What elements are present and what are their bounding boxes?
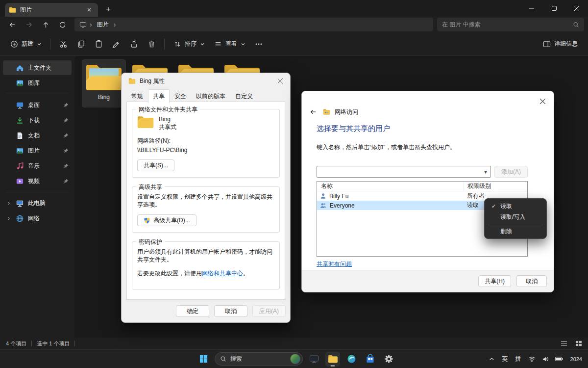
sidebar-item-pictures[interactable]: 图片 <box>3 143 72 158</box>
cut-button[interactable] <box>55 36 72 52</box>
folder-tile-bing[interactable]: Bing <box>82 60 125 107</box>
sidebar-item-downloads[interactable]: 下载 <box>3 113 72 128</box>
tray-expand-button[interactable] <box>488 353 496 366</box>
file-explorer-taskbar-icon[interactable] <box>325 352 340 367</box>
refresh-icon <box>59 21 66 28</box>
minimize-button[interactable] <box>520 0 543 17</box>
column-header-name[interactable]: 名称 <box>317 182 464 191</box>
app-icon-monitor[interactable] <box>307 352 321 367</box>
user-combobox-input[interactable] <box>317 168 481 175</box>
share-button[interactable]: 共享(S)... <box>137 159 174 171</box>
taskbar-search-label: 搜索 <box>230 355 286 363</box>
advanced-sharing-button[interactable]: 高级共享(D)... <box>137 214 196 226</box>
menu-item-read-write[interactable]: 读取/写入 <box>487 211 544 222</box>
tab-security[interactable]: 安全 <box>170 89 191 103</box>
back-button[interactable] <box>308 106 318 117</box>
instruction-text: 键入名称，然后单击“添加”，或者单击箭头查找用户。 <box>317 143 456 152</box>
view-button[interactable]: 查看 <box>210 36 249 52</box>
network-sharing-center-link[interactable]: 网络和共享中心 <box>202 270 243 277</box>
new-label: 新建 <box>22 40 33 48</box>
sort-button[interactable]: 排序 <box>169 36 209 52</box>
paste-button[interactable] <box>90 36 107 52</box>
titlebar: 图片 + <box>0 0 588 17</box>
folder-icon <box>137 115 154 129</box>
search-input[interactable] <box>442 21 569 28</box>
windows-logo-icon <box>199 355 208 363</box>
new-button[interactable]: 新建 <box>6 36 46 52</box>
sidebar-item-home[interactable]: 主文件夹 <box>3 60 72 75</box>
maximize-button[interactable] <box>543 0 565 17</box>
delete-button[interactable] <box>143 36 160 52</box>
ok-button[interactable]: 确定 <box>176 305 209 317</box>
explorer-search[interactable] <box>437 18 584 31</box>
chevron-right-icon: › <box>114 21 116 28</box>
menu-item-read[interactable]: ✓ 读取 <box>487 201 544 211</box>
videos-icon <box>16 177 24 185</box>
sort-label: 排序 <box>185 40 196 48</box>
sidebar-item-this-pc[interactable]: › 此电脑 <box>3 196 72 210</box>
up-button[interactable] <box>37 18 54 31</box>
dialog-close-button[interactable] <box>272 74 288 88</box>
breadcrumb-segment-pictures[interactable]: 图片 <box>95 20 111 30</box>
cancel-button[interactable]: 取消 <box>214 305 247 317</box>
sidebar-item-desktop[interactable]: 桌面 <box>3 98 72 112</box>
tab-general[interactable]: 常规 <box>126 89 148 103</box>
sidebar-item-music[interactable]: 音乐 <box>3 158 72 173</box>
sidebar-item-gallery[interactable]: 图库 <box>3 76 72 90</box>
copy-button[interactable] <box>73 36 89 52</box>
see-more-button[interactable] <box>250 36 267 52</box>
expand-chevron-icon[interactable]: › <box>6 215 12 222</box>
up-icon <box>42 21 49 28</box>
tab-sharing[interactable]: 共享 <box>148 89 170 103</box>
share-button[interactable]: 共享(H) <box>478 275 511 287</box>
pictures-icon <box>16 147 24 155</box>
sidebar-item-network[interactable]: › 网络 <box>3 211 72 226</box>
network-access-header: 网络访问 <box>308 106 358 117</box>
store-taskbar-icon[interactable] <box>363 352 377 367</box>
explorer-tab[interactable]: 图片 <box>5 3 98 17</box>
new-tab-button[interactable]: + <box>102 3 115 16</box>
pin-icon <box>63 148 69 154</box>
settings-taskbar-icon[interactable] <box>381 352 396 367</box>
refresh-button[interactable] <box>54 18 71 31</box>
search-highlight-image[interactable] <box>290 354 300 364</box>
edge-taskbar-icon[interactable] <box>344 352 359 367</box>
start-button[interactable] <box>196 352 211 367</box>
ime-input-mode[interactable]: 拼 <box>514 353 523 366</box>
forward-button[interactable] <box>21 18 37 31</box>
expand-chevron-icon[interactable]: › <box>6 200 12 207</box>
tab-close-icon[interactable] <box>84 5 94 15</box>
user-combobox[interactable]: ▼ <box>317 166 491 178</box>
combo-dropdown-icon[interactable]: ▼ <box>481 169 490 175</box>
shared-folder-summary: Bing 共享式 <box>137 115 274 131</box>
new-plus-icon <box>10 40 18 48</box>
add-button[interactable]: 添加(A) <box>494 166 528 178</box>
tab-customize[interactable]: 自定义 <box>230 89 258 103</box>
rename-button[interactable] <box>108 36 124 52</box>
tab-previous-versions[interactable]: 以前的版本 <box>191 89 230 103</box>
breadcrumb[interactable]: › 图片 › <box>74 18 433 31</box>
view-label: 查看 <box>225 40 237 48</box>
back-button[interactable] <box>4 18 21 31</box>
cancel-button[interactable]: 取消 <box>516 275 547 287</box>
column-header-permission[interactable]: 权限级别 <box>464 182 527 191</box>
wifi-icon[interactable] <box>527 353 537 366</box>
share-button[interactable] <box>125 36 142 52</box>
sidebar-item-documents[interactable]: 文档 <box>3 128 72 143</box>
network-sharing-group: 网络文件和文件夹共享 Bing 共享式 网络路径(N): \\BILLYFU-P… <box>132 109 280 178</box>
menu-item-remove[interactable]: 删除 <box>487 226 544 237</box>
folder-icon <box>128 78 136 84</box>
sharing-trouble-link[interactable]: 共享时有问题 <box>317 260 352 268</box>
taskbar-search[interactable]: 搜索 <box>215 352 303 366</box>
details-pane-button[interactable]: 详细信息 <box>539 36 582 52</box>
clock-date[interactable]: 2024 <box>568 353 584 366</box>
ime-language-indicator[interactable]: 英 <box>501 353 510 366</box>
thumbnail-view-icon[interactable] <box>575 341 582 346</box>
dialog-close-button[interactable] <box>535 94 550 108</box>
list-view-icon[interactable] <box>561 341 567 346</box>
close-button[interactable] <box>565 0 588 17</box>
volume-icon[interactable] <box>541 353 550 366</box>
sidebar-item-videos[interactable]: 视频 <box>3 174 72 188</box>
apply-button[interactable]: 应用(A) <box>252 305 286 317</box>
battery-icon[interactable] <box>554 353 564 366</box>
